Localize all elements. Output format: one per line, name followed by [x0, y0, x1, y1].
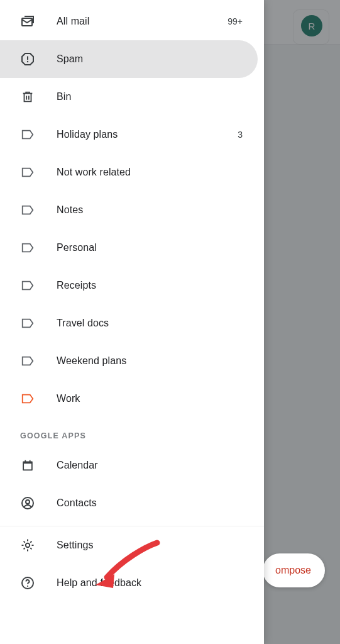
section-header-google-apps: GOOGLE APPS	[0, 418, 264, 447]
drawer-item-label: Not work related	[57, 167, 243, 178]
drawer-item-weekend-plans[interactable]: Weekend plans	[0, 342, 258, 380]
drawer-item-label: Weekend plans	[57, 355, 243, 367]
drawer-item-calendar[interactable]: Calendar	[0, 447, 258, 484]
spam-icon	[20, 52, 35, 67]
label-icon	[20, 240, 35, 255]
svg-point-3	[27, 61, 28, 62]
drawer-item-spam[interactable]: Spam	[0, 40, 258, 78]
drawer-item-label: All mail	[57, 16, 228, 27]
drawer-item-settings[interactable]: Settings	[0, 526, 258, 564]
label-icon	[20, 391, 35, 406]
drawer-item-label: Settings	[57, 540, 243, 551]
drawer-item-count: 3	[238, 130, 243, 140]
gear-icon	[20, 538, 35, 553]
drawer-item-not-work-related[interactable]: Not work related	[0, 153, 258, 191]
drawer-item-bin[interactable]: Bin	[0, 78, 258, 116]
svg-rect-7	[24, 464, 31, 469]
label-icon	[20, 316, 35, 331]
svg-point-11	[26, 500, 30, 504]
compose-button[interactable]: ompose	[263, 553, 325, 587]
drawer-item-receipts[interactable]: Receipts	[0, 267, 258, 304]
drawer-item-count: 99+	[228, 16, 243, 26]
label-icon	[20, 165, 35, 180]
svg-point-12	[26, 543, 30, 547]
drawer-item-label: Contacts	[57, 497, 243, 509]
drawer-item-notes[interactable]: Notes	[0, 191, 258, 229]
drawer-item-label: Work	[57, 393, 243, 404]
compose-label: ompose	[275, 565, 311, 576]
drawer-item-work[interactable]: Work	[0, 380, 258, 418]
stacked-mail-icon	[20, 14, 35, 29]
drawer-item-all-mail[interactable]: All mail 99+	[0, 3, 258, 40]
label-icon	[20, 278, 35, 293]
drawer-item-label: Travel docs	[57, 318, 243, 329]
drawer-item-label: Help and feedback	[57, 577, 243, 589]
drawer-item-personal[interactable]: Personal	[0, 229, 258, 267]
label-icon	[20, 353, 35, 369]
nav-drawer: All mail 99+ Spam	[0, 0, 264, 644]
label-icon	[20, 203, 35, 218]
label-icon	[20, 127, 35, 142]
help-icon	[20, 575, 35, 591]
svg-point-14	[27, 586, 28, 587]
contacts-icon	[20, 496, 35, 511]
drawer-item-holiday-plans[interactable]: Holiday plans 3	[0, 116, 258, 153]
calendar-icon	[20, 458, 35, 473]
drawer-item-travel-docs[interactable]: Travel docs	[0, 304, 258, 342]
drawer-item-label: Notes	[57, 204, 243, 216]
drawer-item-label: Holiday plans	[57, 129, 238, 140]
trash-icon	[20, 89, 35, 104]
drawer-list: All mail 99+ Spam	[0, 0, 264, 644]
drawer-item-label: Personal	[57, 242, 243, 253]
drawer-item-label: Calendar	[57, 460, 243, 471]
drawer-item-contacts[interactable]: Contacts	[0, 484, 258, 522]
drawer-item-label: Bin	[57, 91, 243, 103]
drawer-item-label: Spam	[57, 53, 243, 65]
drawer-item-label: Receipts	[57, 280, 243, 291]
drawer-item-help[interactable]: Help and feedback	[0, 564, 258, 602]
